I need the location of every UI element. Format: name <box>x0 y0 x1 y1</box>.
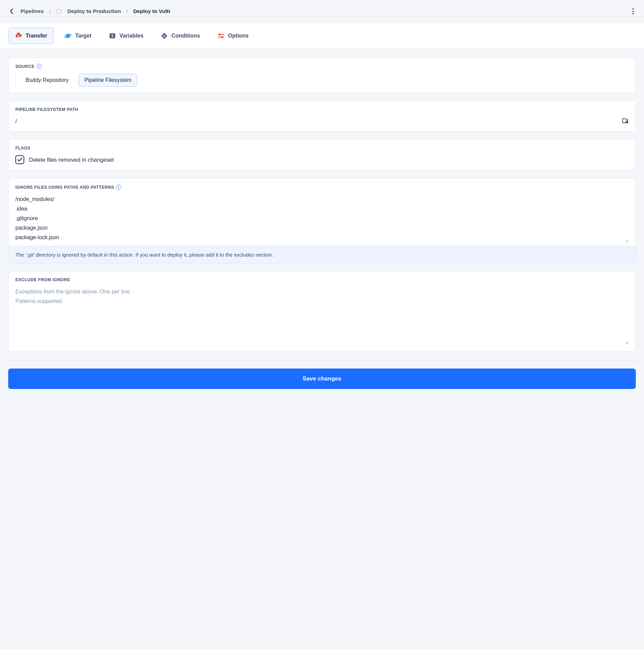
tab-options[interactable]: Options <box>211 28 255 44</box>
source-option-pipeline-filesystem[interactable]: Pipeline Filesystem <box>79 74 137 87</box>
ignore-help-banner: The '.git' directory is ignored by defau… <box>9 246 635 263</box>
source-option-buddy-repository[interactable]: Buddy Repository <box>20 74 74 87</box>
source-segmented: Buddy Repository Pipeline Filesystem <box>15 74 629 87</box>
segmented-divider <box>15 75 16 85</box>
tab-label: Variables <box>120 33 143 39</box>
ignore-textarea[interactable] <box>15 194 629 242</box>
flags-label: FLAGS <box>15 146 629 150</box>
info-icon[interactable]: i <box>116 185 121 190</box>
path-value[interactable]: / <box>15 118 17 125</box>
tabs-bar: Transfer Target $ Variables IF Condition… <box>0 23 644 49</box>
planet-icon <box>64 32 72 40</box>
svg-text:$: $ <box>111 34 113 38</box>
tab-target[interactable]: Target <box>58 28 98 44</box>
tab-transfer[interactable]: Transfer <box>8 28 54 44</box>
path-label: PIPELINE FILESYSTEM PATH <box>15 107 629 112</box>
conditions-icon: IF <box>160 32 168 40</box>
delete-removed-checkbox[interactable] <box>15 155 24 164</box>
tab-label: Target <box>75 33 92 39</box>
ignore-label: IGNORE FILES USING PATHS AND PATTERNS i <box>15 185 629 190</box>
exclude-textarea[interactable] <box>15 287 629 344</box>
source-label: SOURCE i <box>15 64 629 69</box>
footer-bar: Save changes <box>0 360 644 397</box>
flags-panel: FLAGS Delete files removed in changeset <box>8 139 636 171</box>
tab-conditions[interactable]: IF Conditions <box>154 28 207 44</box>
delete-removed-label: Delete files removed in changeset <box>29 157 114 163</box>
form-content: SOURCE i Buddy Repository Pipeline Files… <box>0 49 644 360</box>
page-header: Pipelines / Deploy to Production / Deplo… <box>0 0 644 23</box>
breadcrumb-separator: / <box>49 9 51 14</box>
cloud-upload-icon <box>15 32 22 40</box>
tab-label: Conditions <box>171 33 200 39</box>
svg-point-7 <box>219 34 221 36</box>
save-button[interactable]: Save changes <box>8 369 636 389</box>
source-panel: SOURCE i Buddy Repository Pipeline Files… <box>8 57 636 93</box>
more-menu-button[interactable] <box>630 6 636 16</box>
exclude-panel: EXCLUDE FROM IGNORE <box>8 271 636 352</box>
exclude-label: EXCLUDE FROM IGNORE <box>15 277 629 282</box>
breadcrumb-parent[interactable]: Deploy to Production <box>67 8 121 14</box>
ignore-panel: IGNORE FILES USING PATHS AND PATTERNS i … <box>8 178 636 263</box>
tab-label: Transfer <box>26 33 47 39</box>
pipeline-loading-icon <box>56 9 62 14</box>
tab-label: Options <box>228 33 249 39</box>
sliders-icon <box>217 32 225 40</box>
breadcrumb-separator: / <box>126 9 128 14</box>
tab-variables[interactable]: $ Variables <box>102 28 150 44</box>
breadcrumb-current: Deploy to Vultr <box>133 8 171 14</box>
browse-folder-icon[interactable] <box>622 117 629 125</box>
variables-icon: $ <box>109 32 116 40</box>
breadcrumb-root[interactable]: Pipelines <box>20 8 44 14</box>
back-button[interactable] <box>8 8 15 15</box>
svg-point-0 <box>57 9 61 13</box>
svg-point-9 <box>221 36 223 38</box>
svg-text:IF: IF <box>163 34 166 38</box>
breadcrumb: Pipelines / Deploy to Production / Deplo… <box>8 8 171 15</box>
path-panel: PIPELINE FILESYSTEM PATH / <box>8 101 636 132</box>
info-icon[interactable]: i <box>37 64 42 69</box>
